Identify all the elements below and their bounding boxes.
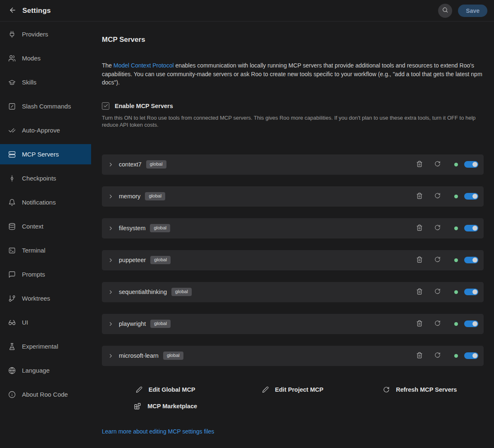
edit-project-mcp-button[interactable]: Edit Project MCP	[262, 386, 323, 393]
sidebar-item-ui[interactable]: UI	[0, 312, 91, 332]
restart-server-button[interactable]	[434, 320, 441, 328]
server-row-actions	[416, 320, 478, 328]
server-enabled-toggle[interactable]	[464, 257, 478, 263]
chevron-right-icon[interactable]	[108, 193, 114, 200]
chevron-right-icon[interactable]	[108, 257, 114, 263]
content-panel: MCP Servers The Model Context Protocol e…	[91, 22, 494, 448]
sidebar-item-label: Checkpoints	[22, 175, 56, 182]
delete-server-button[interactable]	[416, 288, 423, 296]
pencil-icon	[136, 386, 142, 393]
bell-icon	[8, 199, 16, 206]
restart-server-button[interactable]	[434, 161, 441, 168]
pencil-icon	[262, 386, 269, 393]
chevron-right-icon[interactable]	[108, 161, 114, 168]
server-scope-badge: global	[146, 160, 166, 169]
server-scope-badge: global	[150, 256, 171, 264]
sidebar-item-prompts[interactable]: Prompts	[0, 264, 91, 284]
server-enabled-toggle[interactable]	[464, 320, 478, 327]
delete-server-button[interactable]	[416, 256, 423, 264]
server-row-context7[interactable]: context7 global	[102, 154, 484, 175]
chevron-right-icon[interactable]	[108, 225, 114, 231]
save-button[interactable]: Save	[458, 5, 487, 17]
server-enabled-toggle[interactable]	[464, 352, 478, 359]
sidebar-item-label: Providers	[22, 31, 48, 38]
sidebar-item-label: Prompts	[22, 271, 45, 278]
topbar: Settings Save	[0, 0, 494, 22]
message-square-icon	[8, 271, 16, 278]
server-enabled-toggle[interactable]	[464, 161, 478, 168]
status-dot	[454, 163, 458, 166]
status-dot	[454, 322, 458, 326]
sidebar-item-worktrees[interactable]: Worktrees	[0, 288, 91, 308]
sidebar-item-context[interactable]: Context	[0, 216, 91, 236]
server-enabled-toggle[interactable]	[464, 225, 478, 231]
server-row-memory[interactable]: memory global	[102, 186, 484, 207]
sidebar-item-skills[interactable]: Skills	[0, 72, 91, 92]
restart-server-button[interactable]	[434, 352, 441, 359]
chevron-right-icon[interactable]	[108, 321, 114, 327]
graduation-cap-icon	[8, 79, 16, 86]
delete-server-button[interactable]	[416, 224, 423, 232]
trash-icon	[416, 320, 423, 328]
status-dot	[454, 195, 458, 198]
sidebar-item-checkpoints[interactable]: Checkpoints	[0, 168, 91, 188]
globe-icon	[8, 367, 16, 374]
action-button-label: Edit Project MCP	[275, 386, 323, 393]
restart-server-button[interactable]	[434, 193, 441, 200]
model-context-protocol-link[interactable]: Model Context Protocol	[113, 62, 174, 69]
sidebar-item-modes[interactable]: Modes	[0, 48, 91, 68]
delete-server-button[interactable]	[416, 193, 423, 200]
delete-server-button[interactable]	[416, 161, 423, 169]
enable-mcp-checkbox[interactable]	[102, 102, 109, 110]
enable-mcp-row[interactable]: Enable MCP Servers	[102, 102, 484, 110]
chevron-right-icon[interactable]	[108, 353, 114, 359]
server-row-playwright[interactable]: playwright global	[102, 314, 484, 334]
search-button[interactable]	[438, 4, 452, 18]
restart-icon	[434, 288, 441, 296]
sidebar-item-auto-approve[interactable]: Auto-Approve	[0, 120, 91, 140]
page-title: Settings	[22, 7, 51, 15]
server-row-sequentialthinking[interactable]: sequentialthinking global	[102, 282, 484, 302]
server-row-actions	[416, 352, 478, 360]
server-enabled-toggle[interactable]	[464, 289, 478, 295]
server-list: context7 global memory global	[102, 154, 484, 366]
trash-icon	[416, 193, 423, 200]
sidebar-item-label: Terminal	[22, 247, 46, 254]
server-enabled-toggle[interactable]	[464, 193, 478, 200]
sidebar-item-label: Modes	[22, 55, 41, 62]
delete-server-button[interactable]	[416, 320, 423, 328]
restart-server-button[interactable]	[434, 256, 441, 264]
refresh-mcp-servers-button[interactable]: Refresh MCP Servers	[383, 386, 457, 393]
server-row-puppeteer[interactable]: puppeteer global	[102, 250, 484, 270]
sidebar-item-providers[interactable]: Providers	[0, 24, 91, 44]
sidebar-item-label: Slash Commands	[22, 103, 71, 110]
terminal-icon	[8, 247, 16, 254]
sidebar-item-language[interactable]: Language	[0, 360, 91, 381]
server-row-filesystem[interactable]: filesystem global	[102, 218, 484, 238]
back-button[interactable]	[6, 4, 19, 17]
status-dot	[454, 258, 458, 262]
server-row-microsoft-learn[interactable]: microsoft-learn global	[102, 346, 484, 366]
trash-icon	[416, 288, 423, 296]
delete-server-button[interactable]	[416, 352, 423, 360]
sidebar-item-about-roo-code[interactable]: About Roo Code	[0, 384, 91, 405]
learn-more-link[interactable]: Learn more about editing MCP settings fi…	[102, 428, 214, 435]
status-dot	[454, 226, 458, 230]
sidebar-item-terminal[interactable]: Terminal	[0, 240, 91, 260]
chevron-right-icon[interactable]	[108, 289, 114, 295]
sidebar-item-label: About Roo Code	[22, 391, 68, 398]
sidebar-item-notifications[interactable]: Notifications	[0, 192, 91, 212]
intro-text-pre: The	[102, 62, 113, 69]
restart-server-button[interactable]	[434, 288, 441, 296]
edit-global-mcp-button[interactable]: Edit Global MCP	[136, 386, 195, 393]
plug-icon	[8, 31, 16, 38]
sidebar-item-mcp-servers[interactable]: MCP Servers	[0, 144, 91, 164]
server-scope-badge: global	[150, 320, 171, 328]
sidebar-item-slash-commands[interactable]: Slash Commands	[0, 96, 91, 116]
restart-server-button[interactable]	[434, 224, 441, 232]
settings-window: Settings Save Providers Modes Skills Sla…	[0, 0, 494, 448]
sidebar-item-experimental[interactable]: Experimental	[0, 336, 91, 356]
mcp-marketplace-button[interactable]: MCP Marketplace	[134, 402, 197, 410]
users-icon	[8, 55, 16, 62]
mcp-actions: Edit Global MCP Edit Project MCP Refresh…	[102, 386, 484, 410]
